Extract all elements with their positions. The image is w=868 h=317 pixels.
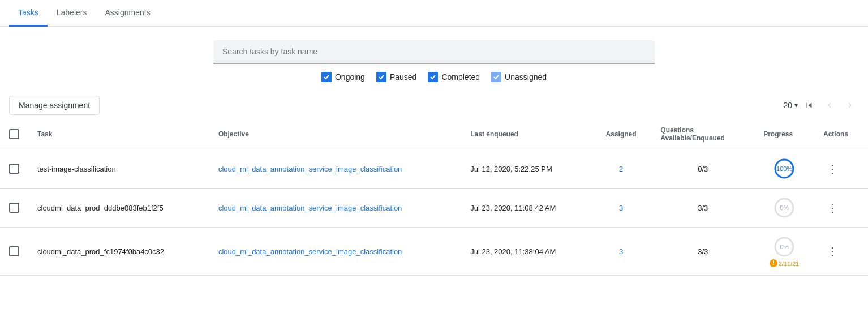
assigned-count[interactable]: 3 <box>591 228 651 276</box>
unassigned-checkbox[interactable] <box>491 72 501 82</box>
first-page-button[interactable] <box>800 96 818 114</box>
filter-unassigned: Unassigned <box>491 72 547 82</box>
filter-ongoing: Ongoing <box>321 72 365 82</box>
ongoing-checkbox[interactable] <box>321 72 332 82</box>
table-row: cloudml_data_prod_fc1974f0ba4c0c32cloud_… <box>0 228 868 276</box>
prev-page-button[interactable] <box>820 96 839 114</box>
manage-assignment-button[interactable]: Manage assignment <box>9 96 100 115</box>
progress-circle: 0% <box>773 196 796 219</box>
col-assigned: Assigned <box>591 119 651 149</box>
toolbar: Manage assignment 20 ▾ <box>0 91 868 119</box>
tabs-bar: Tasks Labelers Assignments <box>0 0 868 27</box>
questions-available: 3/3 <box>651 189 754 228</box>
warning-icon: ! <box>770 259 777 267</box>
tasks-table: Task Objective Last enqueued Assigned Qu… <box>0 119 868 276</box>
row-actions-menu[interactable]: ⋮ <box>823 242 841 260</box>
task-name: cloudml_data_prod_fc1974f0ba4c0c32 <box>28 228 209 276</box>
col-questions: QuestionsAvailable/Enqueued <box>651 119 754 149</box>
col-last-enqueued: Last enqueued <box>461 119 591 149</box>
filters-bar: Ongoing Paused Completed Unassigned <box>321 72 547 82</box>
objective-link[interactable]: cloud_ml_data_annotation_service_image_c… <box>218 204 402 212</box>
col-objective: Objective <box>209 119 461 149</box>
table-row: cloudml_data_prod_dddbe083feb1f2f5cloud_… <box>0 189 868 228</box>
warning-text: 2/11/21 <box>779 260 800 267</box>
progress-cell: 100% <box>754 149 814 189</box>
tab-assignments[interactable]: Assignments <box>96 0 160 27</box>
last-enqueued: Jul 23, 2020, 11:38:04 AM <box>461 228 591 276</box>
row-checkbox[interactable] <box>9 164 19 174</box>
search-input[interactable] <box>213 40 655 64</box>
unassigned-label: Unassigned <box>505 72 547 82</box>
task-objective[interactable]: cloud_ml_data_annotation_service_image_c… <box>209 189 461 228</box>
page-size-value: 20 <box>783 101 792 110</box>
col-progress: Progress <box>754 119 814 149</box>
row-checkbox[interactable] <box>9 203 19 213</box>
questions-available: 0/3 <box>651 149 754 189</box>
progress-cell: 0% ! 2/11/21 <box>754 228 814 276</box>
last-enqueued: Jul 12, 2020, 5:22:25 PM <box>461 149 591 189</box>
page-size-dropdown-icon: ▾ <box>794 101 798 109</box>
next-page-button[interactable] <box>841 96 859 114</box>
completed-checkbox[interactable] <box>428 72 438 82</box>
row-actions-menu[interactable]: ⋮ <box>823 160 841 178</box>
warning-info: ! 2/11/21 <box>770 259 800 267</box>
progress-label: 0% <box>780 204 789 211</box>
paused-checkbox[interactable] <box>376 72 386 82</box>
progress-label: 0% <box>780 243 789 250</box>
select-all-checkbox[interactable] <box>9 129 19 139</box>
filter-paused: Paused <box>376 72 416 82</box>
search-area: Ongoing Paused Completed Unassigned <box>0 27 868 91</box>
completed-label: Completed <box>441 72 480 82</box>
row-actions-menu[interactable]: ⋮ <box>823 199 841 217</box>
task-objective[interactable]: cloud_ml_data_annotation_service_image_c… <box>209 149 461 189</box>
actions-cell: ⋮ <box>814 228 868 276</box>
task-name: cloudml_data_prod_dddbe083feb1f2f5 <box>28 189 209 228</box>
row-checkbox[interactable] <box>9 246 19 256</box>
ongoing-label: Ongoing <box>335 72 365 82</box>
col-task: Task <box>28 119 209 149</box>
filter-completed: Completed <box>428 72 480 82</box>
progress-cell: 0% <box>754 189 814 228</box>
questions-available: 3/3 <box>651 228 754 276</box>
actions-cell: ⋮ <box>814 189 868 228</box>
progress-with-warning: 0% ! 2/11/21 <box>763 235 805 267</box>
objective-link[interactable]: cloud_ml_data_annotation_service_image_c… <box>218 247 402 256</box>
progress-circle: 0% <box>773 235 796 258</box>
page-size-selector[interactable]: 20 ▾ <box>783 101 798 110</box>
paused-label: Paused <box>390 72 416 82</box>
progress-circle: 100% <box>773 157 796 180</box>
col-actions: Actions <box>814 119 868 149</box>
table-row: test-image-classificationcloud_ml_data_a… <box>0 149 868 189</box>
objective-link[interactable]: cloud_ml_data_annotation_service_image_c… <box>218 165 402 173</box>
assigned-count[interactable]: 2 <box>591 149 651 189</box>
assigned-count[interactable]: 3 <box>591 189 651 228</box>
task-objective[interactable]: cloud_ml_data_annotation_service_image_c… <box>209 228 461 276</box>
last-enqueued: Jul 23, 2020, 11:08:42 AM <box>461 189 591 228</box>
pagination: 20 ▾ <box>783 96 859 114</box>
actions-cell: ⋮ <box>814 149 868 189</box>
task-name: test-image-classification <box>28 149 209 189</box>
tab-tasks[interactable]: Tasks <box>9 0 48 27</box>
tab-labelers[interactable]: Labelers <box>48 0 96 27</box>
progress-label: 100% <box>776 165 792 172</box>
